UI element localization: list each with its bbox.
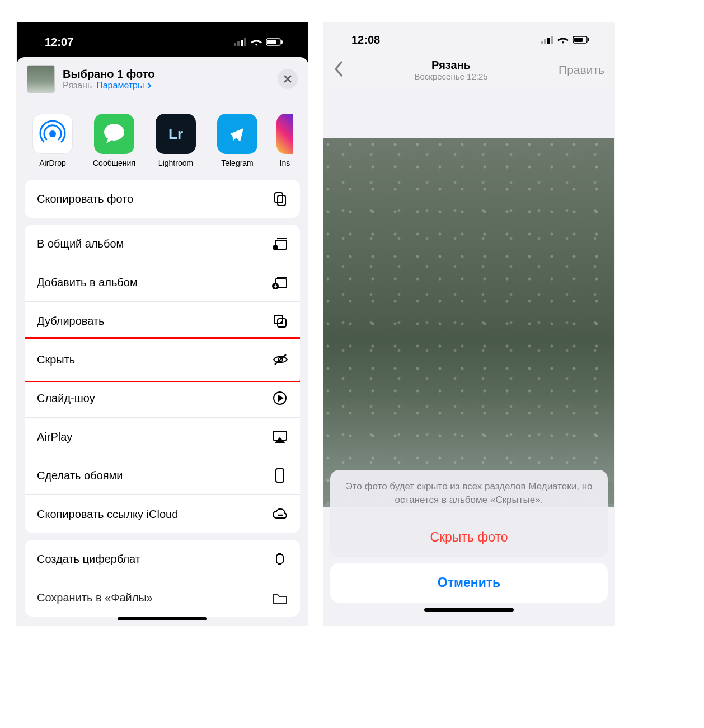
status-bar: 12:07 [17,35,308,49]
battery-icon [266,38,283,46]
svg-rect-29 [574,38,583,42]
action-airplay[interactable]: AirPlay [25,418,300,456]
close-button[interactable] [278,69,298,89]
svg-rect-1 [237,41,240,46]
cellular-icon [541,36,553,44]
share-app-messages[interactable]: Сообщения [92,114,137,167]
shared-album-icon [272,236,288,251]
share-title: Выбрано 1 фото [63,68,270,81]
action-duplicate[interactable]: Дублировать [25,302,300,340]
folder-icon [272,590,288,605]
svg-rect-12 [278,195,285,206]
svg-point-8 [104,124,124,141]
share-app-label: Telegram [215,158,260,167]
svg-rect-6 [281,40,283,44]
svg-text:Lr: Lr [168,125,183,142]
svg-point-14 [273,245,278,250]
confirm-message: Это фото будет скрыто из всех разделов М… [330,470,608,517]
share-app-lightroom[interactable]: Lr Lightroom [153,114,198,167]
back-button[interactable] [334,60,344,80]
svg-rect-27 [551,36,553,44]
svg-rect-2 [241,40,243,46]
nav-title: Рязань [344,59,558,72]
share-options-link[interactable]: Параметры [96,81,152,91]
airdrop-icon [32,114,73,154]
photo-viewer[interactable]: Это фото будет скрыто из всех разделов М… [323,88,614,616]
status-icons [541,36,590,44]
share-header: Выбрано 1 фото Рязань Параметры [17,57,308,101]
action-slideshow[interactable]: Слайд-шоу [25,379,300,418]
action-save-files[interactable]: Сохранить в «Файлы» [25,578,300,617]
share-app-telegram[interactable]: Telegram [215,114,260,167]
edit-button[interactable]: Править [558,63,604,77]
share-subtitle-location: Рязань [63,81,92,91]
wifi-icon [251,38,262,46]
lightroom-icon: Lr [156,114,196,154]
chevron-left-icon [334,60,344,77]
svg-rect-24 [541,41,543,44]
nav-subtitle: Воскресенье 12:25 [344,72,558,81]
copy-icon [272,191,288,207]
close-icon [283,74,292,83]
share-app-instagram[interactable]: Ins [276,114,293,167]
share-app-label: Ins [276,158,293,167]
share-app-airdrop[interactable]: AirDrop [30,114,75,167]
photo-confirm-screen: 12:08 Рязань Воскресенье 12:25 Править [323,22,614,625]
instagram-icon [276,114,293,154]
home-indicator[interactable] [424,608,514,612]
svg-rect-22 [276,469,284,482]
svg-rect-23 [276,554,283,563]
svg-rect-30 [588,38,589,41]
navigation-bar: 12:08 Рязань Воскресенье 12:25 Править [323,22,614,88]
status-time: 12:07 [45,36,73,49]
watch-icon [272,551,288,567]
telegram-icon [217,114,257,154]
home-indicator[interactable] [118,617,207,620]
hide-photo-button[interactable]: Скрыть фото [330,517,608,557]
share-sheet: Выбрано 1 фото Рязань Параметры [17,57,308,625]
airplay-icon [272,429,288,445]
svg-rect-26 [547,38,550,44]
chevron-right-icon [147,82,152,89]
action-shared-album[interactable]: В общий альбом [25,225,300,263]
duplicate-icon [272,313,288,329]
cancel-button[interactable]: Отменить [330,563,608,603]
action-add-album[interactable]: Добавить в альбом [25,263,300,302]
phone-icon [272,468,288,483]
share-app-label: AirDrop [30,158,75,167]
status-icons [234,38,283,46]
svg-rect-0 [234,43,236,46]
svg-rect-11 [275,193,283,203]
hide-icon [272,352,288,367]
action-icloud-link[interactable]: Скопировать ссылку iCloud [25,495,300,533]
icloud-link-icon [272,506,288,522]
action-watchface[interactable]: Создать циферблат [25,540,300,578]
background-blackbar: 12:07 [17,22,308,62]
status-time: 12:08 [351,34,380,46]
action-hide[interactable]: Скрыть [25,340,300,379]
share-sheet-screen: 12:07 Выбрано 1 фото Рязань Параметры [17,22,308,625]
confirm-action-sheet: Это фото будет скрыто из всех разделов М… [330,470,608,608]
svg-rect-25 [544,39,546,44]
cellular-icon [234,38,246,46]
selected-thumbnail[interactable] [27,65,55,93]
svg-point-7 [49,130,56,137]
share-apps-row[interactable]: AirDrop Сообщения Lr Lightroom [17,101,308,180]
share-app-label: Lightroom [153,158,198,167]
battery-icon [573,36,590,44]
share-app-label: Сообщения [92,158,137,167]
add-album-icon [272,274,288,290]
action-copy-photo[interactable]: Скопировать фото [25,180,300,218]
svg-rect-3 [244,38,246,46]
wifi-icon [557,36,569,44]
messages-icon [94,114,134,154]
svg-rect-5 [267,40,276,44]
play-circle-icon [272,390,288,406]
photo-image [323,138,614,507]
status-bar: 12:08 [323,32,614,47]
action-wallpaper[interactable]: Сделать обоями [25,456,300,495]
